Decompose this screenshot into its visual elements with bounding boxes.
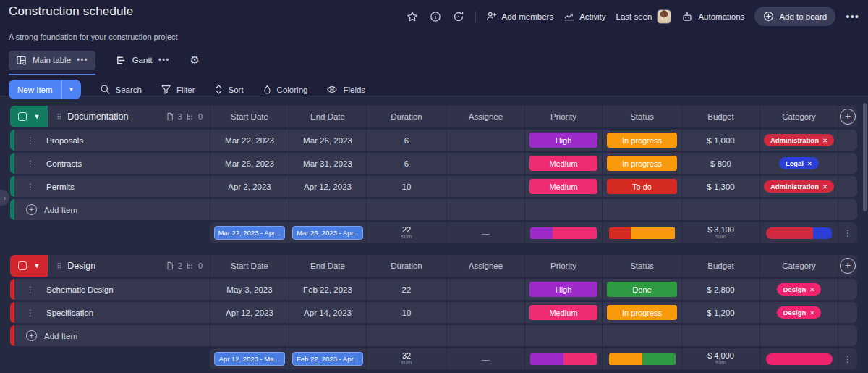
- category-pill[interactable]: Design✕: [777, 306, 822, 319]
- item-menu-icon[interactable]: ⋮: [26, 308, 35, 318]
- status-cell[interactable]: In progress: [602, 302, 681, 323]
- category-cell[interactable]: Legal✕: [760, 153, 838, 174]
- drag-handle-icon[interactable]: ⠿: [56, 113, 61, 121]
- tab-options-icon[interactable]: •••: [158, 55, 170, 65]
- add-column-button[interactable]: +: [840, 258, 856, 274]
- budget-cell[interactable]: $ 1,200: [681, 302, 760, 323]
- column-header-duration[interactable]: Duration: [366, 255, 446, 277]
- status-distribution-bar[interactable]: [609, 353, 676, 365]
- budget-cell[interactable]: $ 1,300: [681, 176, 760, 197]
- add-item-button[interactable]: + Add Item: [26, 204, 77, 215]
- column-header-start-date[interactable]: Start Date: [210, 255, 289, 277]
- category-pill[interactable]: Legal✕: [779, 157, 819, 169]
- board-menu-icon[interactable]: •••: [846, 10, 859, 22]
- item-name[interactable]: Contracts: [46, 159, 82, 168]
- add-members-button[interactable]: Add members: [486, 11, 554, 22]
- priority-distribution-bar[interactable]: [530, 227, 597, 239]
- priority-distribution-bar[interactable]: [530, 353, 597, 365]
- group-name[interactable]: Design: [67, 261, 95, 271]
- remove-tag-icon[interactable]: ✕: [822, 183, 827, 190]
- status-pill[interactable]: In progress: [607, 156, 677, 171]
- assignee-cell[interactable]: [446, 279, 524, 300]
- column-header-assignee[interactable]: Assignee: [446, 255, 524, 277]
- search-button[interactable]: Search: [100, 84, 142, 95]
- end-date-cell[interactable]: Mar 31, 2023: [289, 153, 366, 174]
- add-to-board-button[interactable]: Add to board: [754, 7, 835, 26]
- item-menu-icon[interactable]: ⋮: [26, 285, 35, 295]
- item-menu-icon[interactable]: ⋮: [26, 159, 35, 169]
- start-date-range-pill[interactable]: Apr 12, 2023 - Ma...: [214, 352, 285, 366]
- summary-menu-icon[interactable]: ⋮: [843, 228, 852, 238]
- remove-tag-icon[interactable]: ✕: [807, 160, 812, 167]
- group-checkbox[interactable]: [18, 112, 27, 121]
- priority-cell[interactable]: Medium: [524, 176, 602, 197]
- column-header-end-date[interactable]: End Date: [289, 255, 366, 277]
- column-header-priority[interactable]: Priority: [524, 106, 602, 127]
- gear-icon[interactable]: ⚙: [190, 54, 199, 67]
- sort-button[interactable]: Sort: [214, 84, 244, 95]
- status-distribution-bar[interactable]: [609, 227, 676, 239]
- status-cell[interactable]: In progress: [602, 153, 681, 174]
- priority-cell[interactable]: Medium: [524, 153, 602, 174]
- filter-button[interactable]: Filter: [161, 84, 195, 95]
- assignee-cell[interactable]: [446, 302, 524, 323]
- last-seen[interactable]: Last seen: [616, 9, 672, 24]
- end-date-range-pill[interactable]: Mar 26, 2023 - Apr...: [292, 226, 363, 240]
- item-name[interactable]: Permits: [46, 183, 75, 191]
- duration-cell[interactable]: 10: [366, 176, 446, 197]
- fields-button[interactable]: Fields: [326, 84, 365, 95]
- add-item-row[interactable]: + Add Item: [10, 199, 857, 220]
- item-name[interactable]: Schematic Design: [46, 285, 114, 294]
- column-header-budget[interactable]: Budget: [681, 255, 760, 277]
- start-date-cell[interactable]: May 3, 2023: [210, 279, 289, 300]
- duration-cell[interactable]: 10: [366, 302, 446, 323]
- tab-gantt[interactable]: Gantt •••: [109, 51, 177, 70]
- priority-pill[interactable]: High: [529, 133, 597, 148]
- end-date-cell[interactable]: Feb 22, 2023: [289, 279, 366, 300]
- avatar[interactable]: [657, 9, 671, 24]
- column-header-category[interactable]: Category: [760, 255, 838, 277]
- add-item-row[interactable]: + Add Item: [10, 325, 857, 346]
- add-column-button[interactable]: +: [840, 109, 856, 125]
- category-pill[interactable]: Administration✕: [764, 180, 834, 193]
- remove-tag-icon[interactable]: ✕: [822, 137, 827, 144]
- column-header-assignee[interactable]: Assignee: [446, 106, 524, 127]
- column-header-duration[interactable]: Duration: [366, 106, 446, 127]
- start-date-range-pill[interactable]: Mar 22, 2023 - Apr...: [214, 226, 285, 240]
- status-pill[interactable]: In progress: [607, 305, 677, 320]
- drag-handle-icon[interactable]: ⠿: [56, 262, 61, 270]
- info-icon[interactable]: [429, 10, 442, 23]
- activity-button[interactable]: Activity: [563, 11, 605, 22]
- start-date-cell[interactable]: Apr 2, 2023: [210, 176, 289, 197]
- status-pill[interactable]: To do: [607, 179, 677, 194]
- category-cell[interactable]: Design✕: [760, 302, 838, 323]
- priority-pill[interactable]: Medium: [529, 305, 597, 320]
- summary-menu-icon[interactable]: ⋮: [843, 354, 852, 364]
- favorite-star-icon[interactable]: [406, 10, 419, 23]
- budget-cell[interactable]: $ 800: [681, 153, 760, 174]
- column-header-budget[interactable]: Budget: [681, 106, 760, 127]
- end-date-cell[interactable]: Apr 14, 2023: [289, 302, 366, 323]
- category-pill[interactable]: Administration✕: [764, 134, 834, 146]
- remove-tag-icon[interactable]: ✕: [809, 309, 814, 317]
- column-header-end-date[interactable]: End Date: [289, 106, 366, 127]
- assignee-cell[interactable]: [446, 153, 524, 174]
- group-collapse-control[interactable]: ▼: [10, 255, 48, 277]
- vertical-scrollbar[interactable]: [863, 103, 867, 211]
- item-name[interactable]: Specification: [46, 309, 93, 317]
- coloring-button[interactable]: Coloring: [263, 84, 308, 95]
- group-name[interactable]: Documentation: [67, 112, 128, 122]
- priority-pill[interactable]: Medium: [529, 179, 597, 194]
- end-date-cell[interactable]: Mar 26, 2023: [289, 130, 366, 151]
- priority-pill[interactable]: Medium: [529, 156, 597, 171]
- priority-cell[interactable]: High: [524, 279, 602, 300]
- category-cell[interactable]: Administration✕: [760, 130, 838, 151]
- duration-cell[interactable]: 22: [366, 279, 446, 300]
- category-cell[interactable]: Administration✕: [760, 176, 838, 197]
- category-pill[interactable]: Design✕: [777, 283, 822, 296]
- column-header-category[interactable]: Category: [760, 106, 838, 127]
- add-item-button[interactable]: + Add Item: [26, 330, 77, 341]
- duration-cell[interactable]: 6: [366, 153, 446, 174]
- automations-button[interactable]: Automations: [681, 11, 744, 22]
- priority-cell[interactable]: Medium: [524, 302, 602, 323]
